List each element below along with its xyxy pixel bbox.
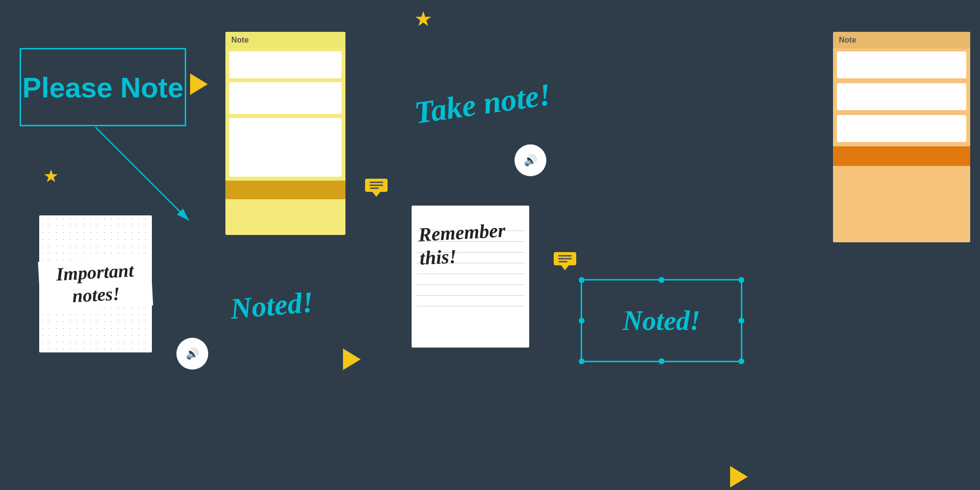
- note-card-orange-body: [833, 166, 970, 242]
- speaker-circle-2: 🔊: [176, 338, 208, 370]
- dotted-notepad: Important notes!: [39, 215, 152, 352]
- note-card-yellow-row-3: [229, 118, 342, 177]
- lined-notepad-text: Remember this!: [418, 217, 531, 270]
- dot-br: [738, 358, 744, 364]
- dot-tr: [738, 277, 744, 283]
- speech-bubble-line-3: [370, 187, 379, 189]
- note-card-orange-accent: [833, 146, 970, 166]
- speaker-icon-1: 🔊: [524, 154, 537, 167]
- note-card-yellow-header: Note: [225, 32, 345, 48]
- dot-mr: [738, 318, 744, 324]
- play-arrow-2: [343, 349, 361, 370]
- line-7: [416, 285, 524, 296]
- lined-notepad: Remember this!: [412, 206, 529, 348]
- line-8: [416, 296, 524, 306]
- noted-box-text: Noted!: [623, 305, 701, 336]
- speech-bubble-2: [554, 252, 576, 265]
- note-card-orange-header: Note: [833, 32, 970, 48]
- note-card-yellow-row-2: [229, 82, 342, 114]
- dot-tl: [579, 277, 585, 283]
- please-note-box: Please Note: [20, 48, 186, 126]
- dot-tm: [659, 277, 664, 283]
- speech-bubble-2-line-1: [558, 255, 572, 257]
- play-arrow-3: [730, 466, 748, 488]
- note-card-orange-row-1: [837, 51, 966, 78]
- dotted-notepad-text: Important notes!: [38, 256, 153, 311]
- dot-bl: [579, 358, 585, 364]
- speech-bubble-line-1: [369, 182, 383, 183]
- dot-ml: [579, 318, 585, 324]
- please-note-text: Please Note: [23, 71, 184, 104]
- note-card-yellow-row-1: [229, 51, 342, 78]
- note-card-yellow-footer: [225, 181, 345, 199]
- note-card-orange-row-3: [837, 115, 966, 142]
- speaker-icon-2: 🔊: [186, 348, 199, 360]
- noted-text-1: Noted!: [229, 285, 315, 327]
- noted-box: Noted!: [581, 279, 742, 362]
- speaker-circle-1: 🔊: [514, 144, 546, 176]
- note-card-yellow: Note: [225, 32, 345, 235]
- star-decoration-2: ★: [414, 9, 433, 29]
- pointing-arrow: [91, 122, 203, 230]
- star-decoration-1: ★: [43, 167, 59, 185]
- speech-bubble-2-line-3: [559, 261, 567, 262]
- take-note-text: Take note!: [412, 76, 553, 131]
- note-card-orange: Note: [833, 32, 970, 242]
- svg-line-1: [96, 127, 189, 220]
- dot-bm: [659, 358, 664, 364]
- speech-bubble-1: [365, 179, 388, 192]
- note-card-orange-row-2: [837, 83, 966, 110]
- speech-bubble-line-2: [369, 185, 383, 186]
- speech-bubble-2-line-2: [558, 258, 572, 259]
- line-6: [416, 274, 524, 285]
- play-arrow-1: [190, 73, 208, 95]
